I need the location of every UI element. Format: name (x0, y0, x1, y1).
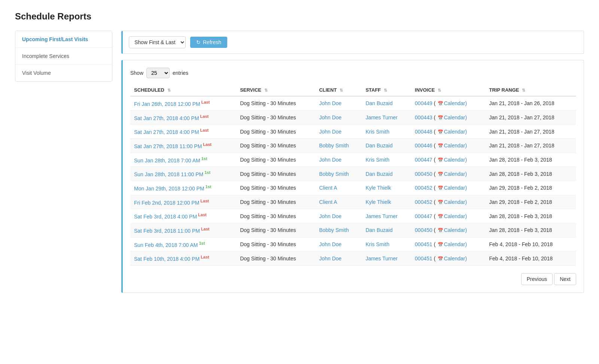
calendar-link[interactable]: Calendar) (444, 143, 467, 149)
calendar-link[interactable]: Calendar) (444, 129, 467, 135)
filter-bar: Show First & Last Show All Show First On… (121, 31, 584, 54)
invoice-link[interactable]: 000450 (415, 171, 432, 177)
client-link[interactable]: Bobby Smith (319, 143, 349, 149)
cell-scheduled: Fri Jan 26th, 2018 12:00 PMLast (130, 96, 236, 110)
cell-trip-range: Jan 21, 2018 - Jan 27, 2018 (486, 110, 576, 125)
scheduled-link[interactable]: Sat Jan 27th, 2018 11:00 PM (134, 143, 202, 149)
client-link[interactable]: John Doe (319, 157, 341, 163)
sort-icon-scheduled: ⇅ (167, 88, 171, 92)
scheduled-link[interactable]: Sun Jan 28th, 2018 7:00 AM (134, 157, 200, 163)
invoice-link[interactable]: 000446 (415, 143, 432, 149)
calendar-icon: 📅 (436, 101, 443, 106)
calendar-link[interactable]: Calendar) (444, 256, 467, 261)
col-service[interactable]: SERVICE ⇅ (236, 84, 315, 96)
badge-last: Last (200, 114, 209, 119)
scheduled-link[interactable]: Sat Feb 10th, 2018 4:00 PM (134, 256, 200, 262)
staff-link[interactable]: Dan Buzaid (365, 100, 392, 106)
calendar-link[interactable]: Calendar) (444, 171, 467, 177)
scheduled-link[interactable]: Sat Feb 3rd, 2018 4:00 PM (134, 214, 197, 220)
cell-invoice: 000451 ( 📅Calendar) (411, 237, 485, 251)
staff-link[interactable]: Kyle Thielk (365, 185, 391, 191)
invoice-link[interactable]: 000452 (415, 185, 432, 191)
col-invoice[interactable]: INVOICE ⇅ (411, 84, 485, 96)
calendar-icon: 📅 (436, 214, 443, 219)
scheduled-link[interactable]: Sat Feb 3rd, 2018 11:00 PM (134, 228, 200, 234)
sort-icon-invoice: ⇅ (438, 88, 441, 92)
staff-link[interactable]: James Turner (365, 256, 398, 261)
cell-invoice: 000450 ( 📅Calendar) (411, 167, 485, 181)
client-link[interactable]: Bobby Smith (319, 227, 349, 233)
entries-select[interactable]: 25 10 50 100 (146, 68, 170, 78)
scheduled-link[interactable]: Mon Jan 29th, 2018 12:00 PM (134, 186, 204, 192)
client-link[interactable]: John Doe (319, 241, 341, 247)
scheduled-link[interactable]: Sun Jan 28th, 2018 11:00 PM (134, 171, 203, 177)
staff-link[interactable]: Dan Buzaid (365, 143, 392, 149)
calendar-link[interactable]: Calendar) (444, 114, 467, 120)
client-link[interactable]: Client A (319, 185, 337, 191)
col-client[interactable]: CLIENT ⇅ (315, 84, 362, 96)
sidebar-item-volume[interactable]: Visit Volume (15, 65, 112, 81)
calendar-link[interactable]: Calendar) (444, 213, 467, 219)
staff-link[interactable]: Dan Buzaid (365, 227, 392, 233)
cell-service: Dog Sitting - 30 Minutes (236, 181, 315, 195)
client-link[interactable]: John Doe (319, 256, 341, 261)
badge-first: 1st (199, 241, 205, 245)
invoice-link[interactable]: 000451 (415, 256, 432, 261)
client-link[interactable]: John Doe (319, 100, 341, 106)
calendar-link[interactable]: Calendar) (444, 185, 467, 191)
sidebar-item-incomplete[interactable]: Incomplete Services (15, 48, 112, 65)
staff-link[interactable]: Dan Buzaid (365, 171, 392, 177)
calendar-link[interactable]: Calendar) (444, 227, 467, 233)
show-first-last-select[interactable]: Show First & Last Show All Show First On… (129, 36, 186, 48)
cell-trip-range: Jan 28, 2018 - Feb 3, 2018 (486, 223, 576, 237)
invoice-link[interactable]: 000452 (415, 199, 432, 205)
col-scheduled[interactable]: SCHEDULED ⇅ (130, 84, 236, 96)
previous-button[interactable]: Previous (521, 273, 553, 285)
table-header-row: SCHEDULED ⇅ SERVICE ⇅ CLIENT ⇅ (130, 84, 576, 96)
calendar-link[interactable]: Calendar) (444, 100, 467, 106)
refresh-icon: ↻ (196, 39, 201, 45)
cell-staff: James Turner (362, 110, 411, 125)
scheduled-link[interactable]: Sat Jan 27th, 2018 4:00 PM (134, 115, 199, 121)
client-link[interactable]: Bobby Smith (319, 171, 349, 177)
badge-last: Last (201, 100, 210, 104)
cell-service: Dog Sitting - 30 Minutes (236, 223, 315, 237)
scheduled-link[interactable]: Fri Feb 2nd, 2018 12:00 PM (134, 199, 199, 205)
cell-invoice: 000447 ( 📅Calendar) (411, 153, 485, 167)
calendar-link[interactable]: Calendar) (444, 241, 467, 247)
client-link[interactable]: Client A (319, 199, 337, 205)
next-button[interactable]: Next (554, 273, 576, 285)
staff-link[interactable]: Kris Smith (365, 241, 389, 247)
cell-staff: Kris Smith (362, 125, 411, 139)
staff-link[interactable]: James Turner (365, 114, 398, 120)
refresh-button[interactable]: ↻ Refresh (190, 37, 227, 48)
staff-link[interactable]: Kyle Thielk (365, 199, 391, 205)
scheduled-link[interactable]: Sat Jan 27th, 2018 4:00 PM (134, 129, 199, 135)
invoice-link[interactable]: 000443 (415, 114, 432, 120)
invoice-link[interactable]: 000447 (415, 213, 432, 219)
calendar-link[interactable]: Calendar) (444, 199, 467, 205)
staff-link[interactable]: James Turner (365, 213, 398, 219)
sort-icon-trip-range: ⇅ (522, 88, 525, 92)
client-link[interactable]: John Doe (319, 114, 341, 120)
client-link[interactable]: John Doe (319, 129, 341, 135)
scheduled-link[interactable]: Sun Feb 4th, 2018 7:00 AM (134, 242, 198, 248)
client-link[interactable]: John Doe (319, 213, 341, 219)
cell-service: Dog Sitting - 30 Minutes (236, 237, 315, 251)
calendar-link[interactable]: Calendar) (444, 157, 467, 163)
scheduled-link[interactable]: Fri Jan 26th, 2018 12:00 PM (134, 101, 200, 107)
col-trip-range[interactable]: TRIP RANGE ⇅ (486, 84, 576, 96)
pagination: Previous Next (130, 273, 576, 285)
cell-client: John Doe (315, 251, 362, 266)
sidebar-item-upcoming[interactable]: Upcoming First/Last Visits (15, 31, 112, 48)
staff-link[interactable]: Kris Smith (365, 157, 389, 163)
calendar-icon: 📅 (436, 242, 443, 247)
staff-link[interactable]: Kris Smith (365, 129, 389, 135)
invoice-link[interactable]: 000449 (415, 100, 432, 106)
col-staff[interactable]: STAFF ⇅ (362, 84, 411, 96)
cell-scheduled: Sat Feb 10th, 2018 4:00 PMLast (130, 251, 236, 266)
invoice-link[interactable]: 000447 (415, 157, 432, 163)
invoice-link[interactable]: 000451 (415, 241, 432, 247)
invoice-link[interactable]: 000448 (415, 129, 432, 135)
invoice-link[interactable]: 000450 (415, 227, 432, 233)
